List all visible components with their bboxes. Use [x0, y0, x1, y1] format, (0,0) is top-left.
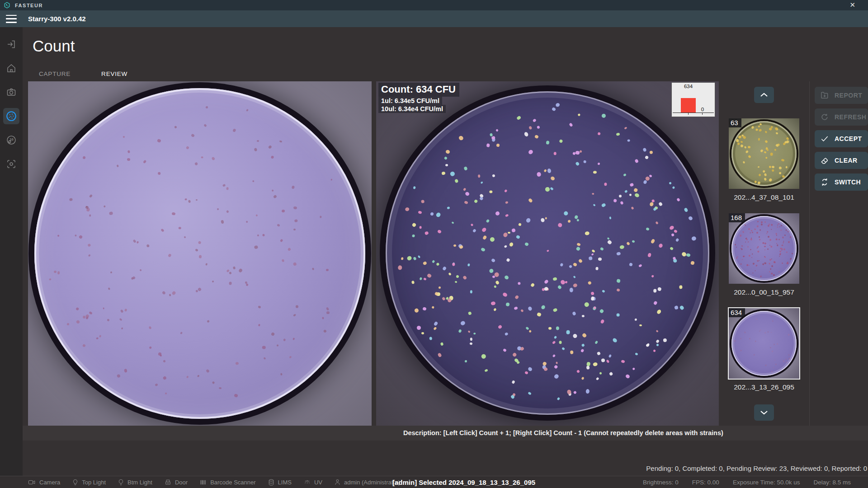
page-title: Count — [33, 37, 75, 55]
home-icon — [6, 63, 17, 74]
tab-bar: CAPTURE REVIEW — [33, 67, 134, 83]
plate-image-original[interactable] — [28, 81, 372, 426]
thumbnails-down-button[interactable] — [754, 404, 774, 421]
concentration-1ul: 1ul: 6.34e5 CFU/ml — [378, 97, 442, 105]
device-btm-light[interactable]: Btm Light — [118, 479, 152, 486]
device-barcode-scanner[interactable]: Barcode Scanner — [200, 479, 255, 486]
histogram-zero-label: 0 — [698, 107, 707, 112]
barcode-icon — [200, 479, 207, 485]
camera-metrics: Brightness: 0 FPS: 0.00 Exposure Time: 5… — [643, 479, 851, 486]
current-user[interactable]: admin (Administrator) — [335, 479, 400, 486]
metric-fps: FPS: 0.00 — [692, 479, 719, 486]
thumbnail-2-count-badge: 168 — [729, 213, 745, 222]
thumbnail-3-count-badge: 634 — [729, 308, 745, 317]
status-bar: Camera Top Light Btm Light Door Barcode … — [0, 476, 868, 488]
histogram-bar — [681, 98, 696, 113]
app-bar: Starry-300 v2.0.42 — [0, 10, 868, 27]
accept-button[interactable]: ACCEPT — [815, 130, 868, 147]
switch-icon — [820, 178, 829, 187]
thumbnail-2-label: 202...0_00_15_957 — [723, 288, 805, 296]
sidebar-item-dilution[interactable]: 10 — [3, 132, 19, 148]
count-value: Count: 634 CFU — [378, 83, 459, 97]
device-camera[interactable]: Camera — [28, 479, 60, 486]
description-strip: Description: [Left Click] Count + 1; [Ri… — [23, 426, 868, 441]
action-button-group: REPORT REFRESH ACCEPT CLEAR SWITCH — [815, 87, 868, 191]
window-titlebar: FASTEUR ✕ — [0, 0, 868, 10]
device-top-light[interactable]: Top Light — [72, 479, 106, 486]
selected-sample-text: [admin] Selected 2024_09_18_13_13_26_095 — [392, 479, 535, 486]
thumbnail-1-label: 202...4_37_08_101 — [723, 193, 805, 202]
focus-icon — [6, 159, 17, 169]
video-camera-icon — [28, 479, 36, 485]
eraser-icon — [820, 156, 829, 165]
uv-lamp-icon — [304, 479, 311, 485]
metric-delay: Delay: 8.5 ms — [813, 479, 851, 486]
tab-capture[interactable]: CAPTURE — [33, 67, 77, 83]
dilution-icon: 10 — [6, 135, 17, 145]
database-icon — [268, 479, 274, 486]
actions-divider — [809, 81, 810, 441]
close-icon[interactable]: ✕ — [849, 1, 855, 9]
histogram-bar-label: 634 — [678, 84, 698, 89]
user-icon — [335, 479, 340, 485]
plate-image-annotated[interactable]: Count: 634 CFU 1ul: 6.34e5 CFU/ml 10ul: … — [376, 81, 719, 426]
refresh-icon — [820, 113, 829, 122]
report-icon — [820, 91, 829, 100]
thumbnails-up-button[interactable] — [754, 87, 774, 103]
queue-stats: Pending: 0, Completed: 0, Pending Review… — [646, 465, 867, 472]
logout-icon — [6, 39, 17, 50]
description-text: Description: [Left Click] Count + 1; [Ri… — [403, 429, 723, 436]
report-button[interactable]: REPORT — [815, 87, 868, 104]
metric-brightness: Brightness: 0 — [643, 479, 679, 486]
device-uv[interactable]: UV — [304, 479, 322, 486]
door-icon — [165, 479, 171, 485]
petri-dish-original[interactable] — [34, 88, 365, 419]
count-histogram: 634 0 — [671, 82, 715, 117]
device-lims[interactable]: LIMS — [268, 479, 292, 486]
sidebar-item-logout[interactable] — [3, 36, 19, 52]
sidebar-item-home[interactable] — [3, 60, 19, 76]
thumbnail-1-count-badge: 63 — [729, 118, 741, 127]
clear-button[interactable]: CLEAR — [815, 152, 868, 169]
metric-exposure: Exposure Time: 50.0k us — [733, 479, 800, 486]
concentration-10ul: 10ul: 6.34e4 CFU/ml — [378, 105, 446, 113]
petri-dish-icon — [5, 110, 17, 122]
chevron-down-icon — [760, 409, 769, 416]
bulb-icon — [72, 479, 78, 486]
device-title: Starry-300 v2.0.42 — [28, 15, 86, 23]
app-name: FASTEUR — [15, 3, 43, 8]
count-overlay: Count: 634 CFU 1ul: 6.34e5 CFU/ml 10ul: … — [378, 83, 459, 113]
sidebar-item-focus[interactable] — [3, 156, 19, 172]
refresh-button[interactable]: REFRESH — [815, 108, 868, 126]
sidebar-item-count[interactable] — [3, 108, 19, 124]
device-door[interactable]: Door — [165, 479, 188, 486]
left-sidebar: 10 — [0, 27, 23, 488]
tab-review[interactable]: REVIEW — [95, 67, 134, 83]
menu-icon[interactable] — [6, 15, 17, 23]
camera-icon — [6, 87, 17, 98]
thumbnail-plate-1[interactable]: 63 — [729, 118, 799, 189]
thumbnail-plate-2[interactable]: 168 — [729, 213, 799, 284]
chevron-up-icon — [760, 92, 769, 98]
histogram-axis — [673, 113, 714, 113]
fasteur-logo-icon — [4, 2, 10, 9]
petri-dish-annotated[interactable] — [386, 91, 709, 415]
bulb-icon — [118, 479, 124, 486]
thumbnail-panel: 63 202...4_37_08_101 168 202...0_00_15_9… — [728, 81, 809, 426]
switch-button[interactable]: SWITCH — [815, 174, 868, 191]
check-icon — [820, 134, 829, 143]
device-status-group: Camera Top Light Btm Light Door Barcode … — [28, 479, 400, 486]
sidebar-item-capture[interactable] — [3, 84, 19, 100]
thumbnail-3-label: 202...3_13_26_095 — [723, 383, 805, 391]
thumbnail-plate-3[interactable]: 634 — [729, 308, 799, 379]
